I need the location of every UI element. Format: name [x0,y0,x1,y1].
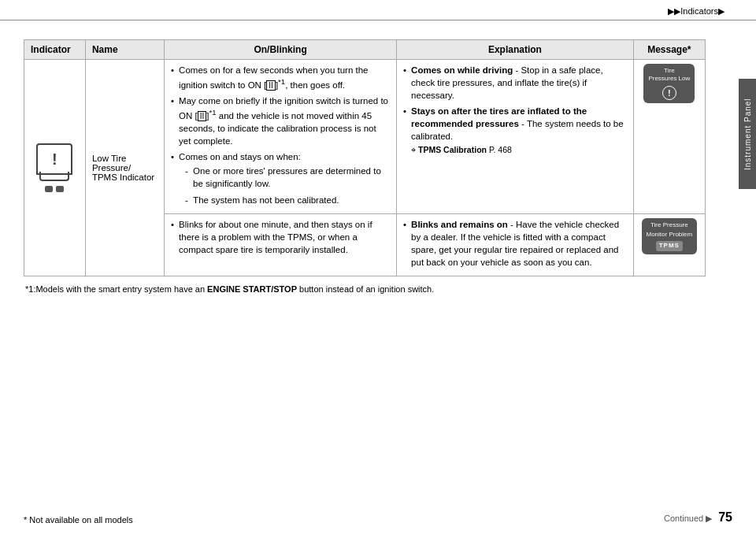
page-number: 75 [718,510,732,525]
bottom-explanation-cell: Blinks and remains on - Have the vehicle… [397,213,634,276]
indicator-name-cell: Low Tire Pressure/ TPMS Indicator [85,60,164,276]
explanation-item: Stays on after the tires are inflated to… [403,105,627,155]
col-header-explanation: Explanation [397,40,634,60]
col-header-message: Message* [633,40,705,60]
page-footer: * Not available on all models Continued … [0,510,756,525]
bottom-on-blinking-list: Blinks for about one minute, and then st… [171,218,390,256]
list-item: Comes on for a few seconds when you turn… [171,64,390,91]
sub-list: One or more tires' pressures are determi… [179,165,390,206]
side-tab-label: Instrument Panel [743,98,752,170]
col-header-name: Name [85,40,164,60]
explanation-item: Blinks and remains on - Have the vehicle… [403,218,627,269]
bottom-on-blinking-cell: Blinks for about one minute, and then st… [165,213,397,276]
continued-text: Continued ▶ [664,514,712,524]
explanation-item: Comes on while driving - Stop in a safe … [403,64,627,102]
page-header: ▶▶Indicators▶ [0,0,756,20]
list-item: May come on briefly if the ignition swit… [171,95,390,147]
main-content: Indicator Name On/Blinking Explanation M… [0,20,737,302]
top-explanation-cell: Comes on while driving - Stop in a safe … [397,60,634,214]
footnote: *1:Models with the smart entry system ha… [24,284,706,294]
side-tab: Instrument Panel [739,79,756,189]
sub-list-item: One or more tires' pressures are determi… [185,165,390,190]
bottom-message-badge: Tire Pressure Monitor Problem TPMS [642,218,698,254]
col-header-on-blinking: On/Blinking [165,40,397,60]
breadcrumb: ▶▶Indicators▶ [668,6,724,17]
col-header-indicator: Indicator [24,40,86,60]
table-row-top: ! Low Tire Pressure/ TPMS Indicator Come… [24,60,706,214]
top-on-blinking-list: Comes on for a few seconds when you turn… [171,64,390,206]
bottom-explanation-list: Blinks and remains on - Have the vehicle… [403,218,627,269]
tpms-calibration-link: TPMS Calibration P. 468 [418,145,512,154]
indicators-table: Indicator Name On/Blinking Explanation M… [24,39,706,276]
indicator-icon-cell: ! [24,60,86,276]
list-item: Comes on and stays on when: One or more … [171,150,390,206]
top-explanation-list: Comes on while driving - Stop in a safe … [403,64,627,156]
footer-note: * Not available on all models [24,515,133,525]
top-message-cell: Tire Pressures Low ! [633,60,705,214]
list-item: Blinks for about one minute, and then st… [171,218,390,256]
indicator-name: Low Tire Pressure/ TPMS Indicator [92,154,154,182]
sub-list-item: The system has not been calibrated. [185,194,390,206]
top-on-blinking-cell: Comes on for a few seconds when you turn… [165,60,397,214]
top-message-badge: Tire Pressures Low ! [643,64,695,103]
bottom-message-cell: Tire Pressure Monitor Problem TPMS [633,213,705,276]
